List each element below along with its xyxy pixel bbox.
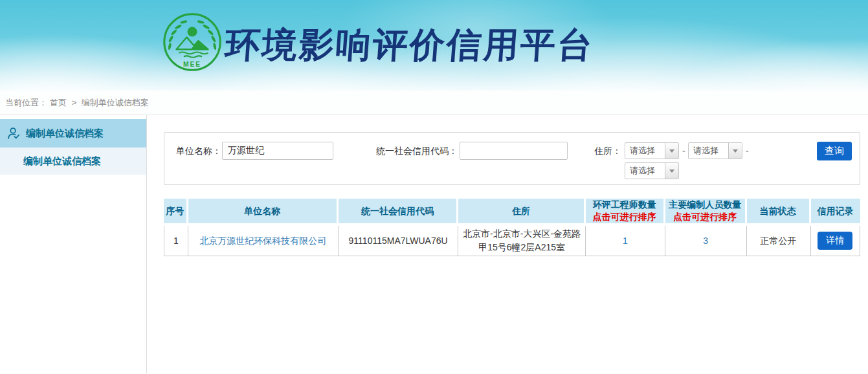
col-header-staff-count[interactable]: 主要编制人员数量 点击可进行排序 bbox=[665, 199, 747, 226]
sidebar-item-label: 编制单位诚信档案 bbox=[23, 155, 101, 168]
district-select[interactable]: 请选择 bbox=[625, 162, 679, 179]
main-wrap: 编制单位诚信档案 编制单位诚信档案 单位名称： 统一社会信用代码： 住所： 请选… bbox=[0, 115, 868, 373]
col-header-credit-record: 信用记录 bbox=[811, 199, 860, 226]
page: MEE 环境影响评价信用平台 当前位置：首页 > 编制单位诚信档案 编制单位诚信… bbox=[0, 0, 868, 374]
chevron-down-icon bbox=[669, 170, 674, 173]
address-dash-2: - bbox=[746, 142, 749, 159]
staff-sort-hint[interactable]: 点击可进行排序 bbox=[667, 211, 744, 223]
company-name-link[interactable]: 北京万源世纪环保科技有限公司 bbox=[199, 236, 326, 246]
credit-code-input[interactable] bbox=[460, 142, 568, 160]
address-dash-1: - bbox=[682, 142, 685, 159]
results-table: 序号 单位名称 统一社会信用代码 住所 环评工程师数量 点击可进行排序 主要编制… bbox=[164, 199, 860, 256]
col-header-address: 住所 bbox=[458, 199, 586, 226]
staff-count-link[interactable]: 3 bbox=[703, 236, 708, 246]
city-select-arrow-button[interactable] bbox=[728, 143, 742, 159]
col-header-engineer-count[interactable]: 环评工程师数量 点击可进行排序 bbox=[586, 199, 665, 226]
province-select-arrow-button[interactable] bbox=[665, 143, 678, 159]
breadcrumb-current: 编制单位诚信档案 bbox=[82, 98, 149, 107]
province-select[interactable]: 请选择 bbox=[625, 142, 679, 159]
page-title: 环境影响评价信用平台 bbox=[223, 22, 595, 69]
cell-index: 1 bbox=[164, 226, 188, 256]
search-panel: 单位名称： 统一社会信用代码： 住所： 请选择 - 请选择 - 请选择 bbox=[164, 132, 860, 185]
col-header-credit-code: 统一社会信用代码 bbox=[339, 199, 458, 226]
company-name-input[interactable] bbox=[222, 142, 333, 160]
content: 单位名称： 统一社会信用代码： 住所： 请选择 - 请选择 - 请选择 bbox=[147, 115, 868, 373]
sidebar-group-credit-archive[interactable]: 编制单位诚信档案 bbox=[0, 119, 146, 148]
col-header-staff-count-label: 主要编制人员数量 bbox=[669, 199, 741, 210]
detail-button[interactable]: 详情 bbox=[818, 232, 852, 250]
cell-status: 正常公开 bbox=[747, 226, 811, 256]
col-header-engineer-count-label: 环评工程师数量 bbox=[593, 199, 656, 210]
sidebar-item-credit-archive[interactable]: 编制单位诚信档案 bbox=[0, 148, 146, 175]
col-header-index: 序号 bbox=[164, 199, 188, 226]
sidebar-group-label: 编制单位诚信档案 bbox=[26, 127, 104, 140]
cell-credit-code: 91110115MA7LWUA76U bbox=[339, 226, 458, 256]
engineer-count-link[interactable]: 1 bbox=[623, 236, 628, 246]
province-select-value: 请选择 bbox=[625, 143, 665, 159]
breadcrumb-home-link[interactable]: 首页 bbox=[50, 98, 67, 107]
breadcrumb-prefix: 当前位置： bbox=[5, 98, 47, 107]
sidebar: 编制单位诚信档案 编制单位诚信档案 bbox=[0, 115, 147, 373]
person-check-icon bbox=[6, 126, 21, 140]
mee-logo-icon: MEE bbox=[162, 12, 223, 72]
site-header: MEE 环境影响评价信用平台 bbox=[0, 0, 868, 91]
table-header-row: 序号 单位名称 统一社会信用代码 住所 环评工程师数量 点击可进行排序 主要编制… bbox=[164, 199, 860, 226]
cell-address: 北京市-北京市-大兴区-金苑路甲15号6幢2层A215室 bbox=[458, 226, 586, 256]
breadcrumb-separator: > bbox=[72, 98, 77, 107]
col-header-status: 当前状态 bbox=[747, 199, 811, 226]
address-label: 住所： bbox=[590, 142, 621, 160]
col-header-company: 单位名称 bbox=[188, 199, 339, 226]
city-select-value: 请选择 bbox=[689, 143, 728, 159]
engineer-sort-hint[interactable]: 点击可进行排序 bbox=[587, 211, 662, 223]
credit-code-label: 统一社会信用代码： bbox=[372, 142, 458, 160]
district-select-arrow-button[interactable] bbox=[665, 163, 678, 179]
city-select[interactable]: 请选择 bbox=[688, 142, 742, 159]
breadcrumb: 当前位置：首页 > 编制单位诚信档案 bbox=[0, 91, 868, 115]
chevron-down-icon bbox=[733, 149, 738, 153]
chevron-down-icon bbox=[669, 149, 674, 153]
svg-text:MEE: MEE bbox=[183, 61, 201, 68]
district-select-value: 请选择 bbox=[625, 163, 665, 179]
query-button[interactable]: 查询 bbox=[817, 142, 852, 160]
table-row: 1 北京万源世纪环保科技有限公司 91110115MA7LWUA76U 北京市-… bbox=[164, 226, 860, 256]
company-name-label: 单位名称： bbox=[172, 142, 221, 160]
